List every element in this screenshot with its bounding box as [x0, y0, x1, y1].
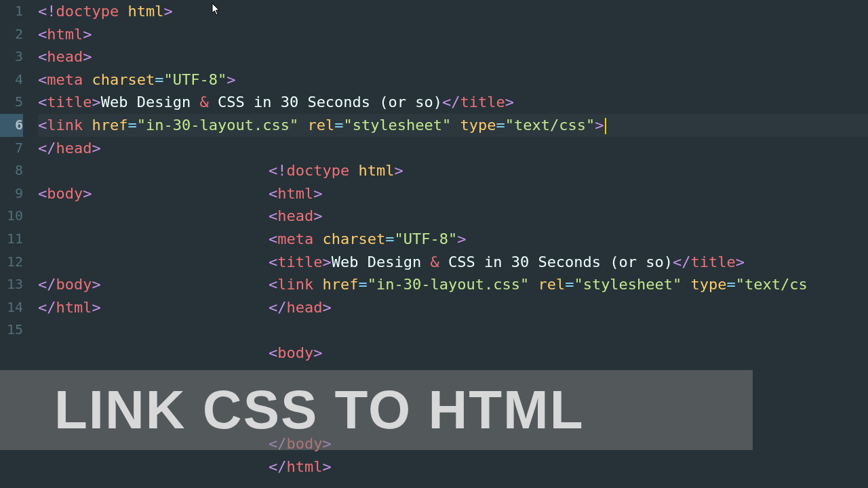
line-number: 3	[0, 45, 23, 68]
line-number: 15	[0, 319, 23, 342]
code-line[interactable]: </body><link href="in-30-layout.css" rel…	[38, 273, 868, 296]
inset-code: </head>	[269, 296, 332, 319]
line-number: 5	[0, 91, 23, 114]
line-number: 7	[0, 137, 23, 160]
code-line[interactable]: <head>	[38, 205, 868, 228]
code-line[interactable]: <title>Web Design & CSS in 30 Seconds (o…	[38, 251, 868, 274]
line-number: 11	[0, 228, 23, 251]
inset-code: <title>Web Design & CSS in 30 Seconds (o…	[269, 251, 745, 274]
code-line[interactable]: <meta charset="UTF-8">	[38, 228, 868, 251]
line-number: 9	[0, 182, 23, 205]
code-line[interactable]: <html>	[38, 23, 868, 46]
code-line[interactable]: </head>	[38, 137, 868, 160]
code-line[interactable]: <body>	[38, 342, 868, 365]
code-line[interactable]: <body><html>	[38, 182, 868, 205]
banner-text: LINK CSS TO HTML	[54, 379, 585, 441]
code-line[interactable]: </html></head>	[38, 296, 868, 319]
line-number: 13	[0, 273, 23, 296]
text-cursor	[605, 118, 606, 134]
code-line[interactable]: <!doctype html>	[38, 0, 868, 23]
inset-code: <meta charset="UTF-8">	[269, 228, 466, 251]
code-line[interactable]: <!doctype html>	[38, 159, 868, 182]
inset-code: <head>	[269, 205, 322, 228]
code-line[interactable]: <title>Web Design & CSS in 30 Seconds (o…	[38, 91, 868, 114]
inset-code: <html>	[269, 182, 322, 205]
line-number: 4	[0, 68, 23, 92]
line-number: 14	[0, 296, 23, 319]
inset-code: </html>	[269, 455, 332, 479]
bracket: <!	[38, 3, 56, 20]
code-line[interactable]: </html>	[38, 455, 868, 479]
line-number: 2	[0, 23, 23, 46]
tag: doctype	[56, 3, 119, 20]
code-line-active[interactable]: <link href="in-30-layout.css" rel="style…	[38, 114, 868, 137]
code-line[interactable]: <head>	[38, 45, 868, 68]
inset-code: <link href="in-30-layout.css" rel="style…	[269, 273, 808, 296]
inset-code: <!doctype html>	[269, 159, 403, 182]
title-banner: LINK CSS TO HTML	[0, 370, 753, 450]
attr: html	[127, 3, 163, 20]
line-number: 1	[0, 0, 23, 23]
code-line[interactable]	[38, 319, 868, 342]
line-number: 12	[0, 251, 23, 274]
line-number-active: 6	[0, 114, 23, 137]
inset-code: <body>	[269, 342, 322, 365]
line-number: 10	[0, 205, 23, 228]
line-number: 8	[0, 159, 23, 182]
code-line[interactable]: <meta charset="UTF-8">	[38, 68, 868, 92]
